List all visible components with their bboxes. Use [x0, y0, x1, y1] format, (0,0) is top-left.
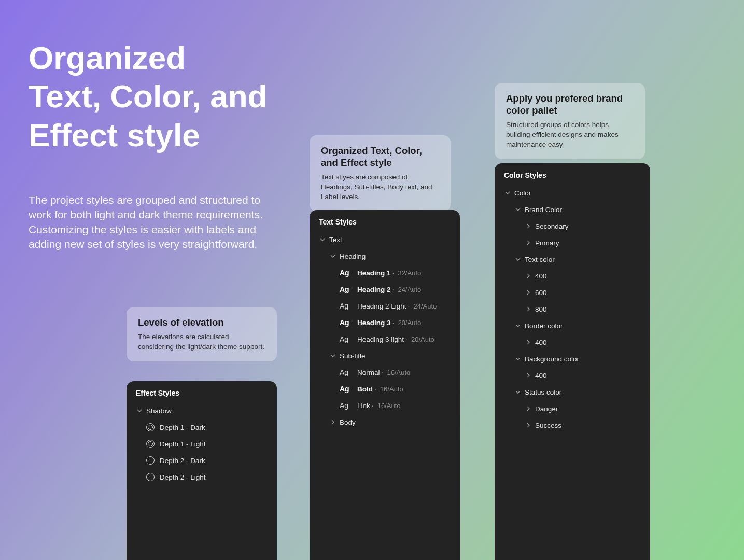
- text-style-item[interactable]: AgHeading 1·32/Auto: [315, 264, 455, 281]
- tree-label: Body: [340, 418, 356, 426]
- color-item[interactable]: 400: [500, 334, 645, 351]
- chevron-right-icon: [525, 240, 532, 245]
- tree-label: Success: [535, 422, 561, 429]
- info-card-elevation: Levels of elevation The elevations are c…: [127, 307, 277, 361]
- chevron-right-icon: [525, 273, 532, 278]
- shadow-swatch-icon: [146, 423, 155, 431]
- text-style-item[interactable]: AgNormal·16/Auto: [315, 364, 455, 381]
- chevron-right-icon: [525, 406, 532, 411]
- info-card-title: Organized Text, Color, and Effect style: [321, 145, 439, 169]
- tree-group-background-color[interactable]: Background color: [500, 351, 645, 367]
- type-sample-icon: Ag: [340, 285, 353, 293]
- panel-title: Color Styles: [495, 163, 650, 185]
- tree-label: Depth 1 - Light: [160, 440, 206, 448]
- tree-group-color[interactable]: Color: [500, 185, 645, 201]
- text-style-meta: 24/Auto: [413, 302, 437, 310]
- text-style-item[interactable]: AgHeading 2 Light·24/Auto: [315, 298, 455, 314]
- tree-group-brand-color[interactable]: Brand Color: [500, 201, 645, 218]
- panel-title: Text Styles: [310, 210, 460, 231]
- tree-group-status-color[interactable]: Status color: [500, 384, 645, 400]
- shadow-swatch-icon: [146, 473, 155, 481]
- text-style-name: Heading 1: [357, 269, 391, 277]
- info-card-title: Apply you prefered brand color pallet: [506, 92, 634, 116]
- chevron-right-icon: [525, 306, 532, 312]
- color-item[interactable]: Secondary: [500, 218, 645, 234]
- color-item[interactable]: 400: [500, 268, 645, 284]
- effect-item[interactable]: Depth 1 - Dark: [132, 419, 272, 436]
- color-item[interactable]: 400: [500, 367, 645, 384]
- type-sample-icon: Ag: [340, 335, 353, 343]
- tree-label: Brand Color: [525, 206, 562, 214]
- tree-label: 800: [535, 305, 547, 313]
- chevron-right-icon: [525, 290, 532, 295]
- type-sample-icon: Ag: [340, 302, 353, 310]
- text-style-name: Heading 3: [357, 319, 391, 327]
- color-styles-panel: Color Styles Color Brand Color Secondary…: [495, 163, 650, 560]
- info-card-desc: The elevations are calculated considerin…: [138, 332, 265, 352]
- tree-label: Status color: [525, 388, 561, 396]
- text-style-name: Heading 3 light: [357, 335, 404, 343]
- tree-label: Text color: [525, 256, 555, 263]
- tree-label: Heading: [340, 253, 366, 260]
- chevron-down-icon: [329, 254, 336, 259]
- tree-group-text[interactable]: Text: [315, 231, 455, 248]
- tree-label: Sub-title: [340, 352, 366, 360]
- effect-item[interactable]: Depth 1 - Light: [132, 436, 272, 452]
- text-style-meta: 20/Auto: [398, 319, 421, 327]
- tree-label: Shadow: [146, 407, 172, 415]
- text-style-meta: 16/Auto: [380, 385, 403, 393]
- tree-group-body[interactable]: Body: [315, 414, 455, 430]
- text-style-item[interactable]: AgHeading 3 light·20/Auto: [315, 331, 455, 347]
- tree-label: Depth 1 - Dark: [160, 424, 205, 431]
- hero-title: Organized Text, Color, and Effect style: [29, 39, 267, 155]
- chevron-right-icon: [329, 419, 336, 425]
- color-item[interactable]: Primary: [500, 234, 645, 251]
- text-style-meta: 20/Auto: [411, 335, 434, 343]
- effect-item[interactable]: Depth 2 - Light: [132, 469, 272, 485]
- chevron-down-icon: [514, 257, 522, 262]
- text-style-name: Bold: [357, 385, 373, 393]
- tree-label: Text: [329, 236, 342, 244]
- chevron-down-icon: [329, 353, 336, 358]
- text-style-name: Heading 2 Light: [357, 302, 406, 310]
- tree-label: 400: [535, 272, 547, 280]
- tree-group-text-color[interactable]: Text color: [500, 251, 645, 268]
- tree-label: Border color: [525, 322, 563, 330]
- text-style-name: Normal: [357, 369, 380, 376]
- info-card-text: Organized Text, Color, and Effect style …: [310, 135, 451, 212]
- info-card-desc: Text stlyes are composed of Headings, Su…: [321, 173, 439, 202]
- tree-label: Depth 2 - Dark: [160, 457, 205, 465]
- type-sample-icon: Ag: [340, 385, 353, 393]
- tree-label: Secondary: [535, 222, 569, 230]
- chevron-right-icon: [525, 223, 532, 229]
- tree-group-shadow[interactable]: Shadow: [132, 402, 272, 419]
- text-style-meta: 16/Auto: [387, 369, 410, 376]
- tree-label: 400: [535, 339, 547, 346]
- chevron-right-icon: [525, 340, 532, 345]
- color-item[interactable]: Danger: [500, 400, 645, 417]
- type-sample-icon: Ag: [340, 368, 353, 376]
- text-style-item[interactable]: AgHeading 2·24/Auto: [315, 281, 455, 298]
- panel-title: Effect Styles: [127, 381, 277, 402]
- hero-line1: Organized: [29, 40, 186, 76]
- text-style-item[interactable]: AgHeading 3·20/Auto: [315, 314, 455, 331]
- color-item[interactable]: 600: [500, 284, 645, 301]
- shadow-swatch-icon: [146, 440, 155, 448]
- tree-group-heading[interactable]: Heading: [315, 248, 455, 264]
- chevron-down-icon: [514, 356, 522, 361]
- chevron-down-icon: [319, 237, 326, 242]
- tree-group-subtitle[interactable]: Sub-title: [315, 347, 455, 364]
- tree-group-border-color[interactable]: Border color: [500, 317, 645, 334]
- text-style-item[interactable]: AgBold·16/Auto: [315, 381, 455, 397]
- color-item[interactable]: Success: [500, 417, 645, 433]
- color-item[interactable]: 800: [500, 301, 645, 317]
- text-style-item[interactable]: AgLink·16/Auto: [315, 397, 455, 414]
- shadow-swatch-icon: [146, 456, 155, 465]
- text-style-meta: 16/Auto: [377, 402, 401, 410]
- effect-item[interactable]: Depth 2 - Dark: [132, 452, 272, 469]
- hero-line2: Text, Color, and: [29, 78, 267, 114]
- text-styles-panel: Text Styles Text Heading AgHeading 1·32/…: [310, 210, 460, 560]
- chevron-down-icon: [514, 389, 522, 395]
- text-style-meta: 32/Auto: [398, 269, 421, 277]
- tree-label: Primary: [535, 239, 559, 247]
